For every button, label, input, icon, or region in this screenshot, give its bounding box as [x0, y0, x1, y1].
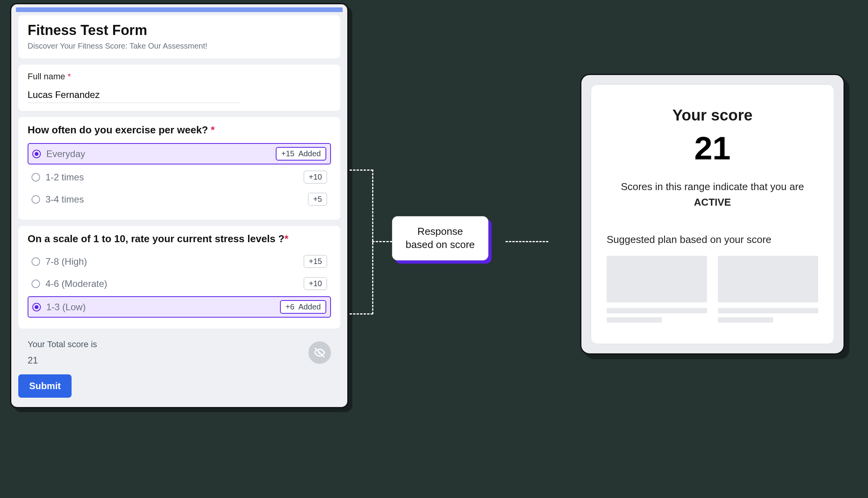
result-inner: Your score 21 Scores in this range indic…	[591, 84, 834, 344]
score-value: +10	[309, 173, 322, 182]
score-value: +15	[309, 257, 322, 266]
callout: Response based on score	[392, 216, 488, 260]
result-score: 21	[607, 129, 818, 167]
required-asterisk: *	[211, 124, 215, 136]
required-asterisk: *	[284, 233, 288, 245]
result-card: Your score 21 Scores in this range indic…	[580, 74, 845, 355]
accent-bar	[16, 7, 343, 12]
callout-line2: based on score	[406, 238, 475, 252]
placeholder-line	[607, 308, 707, 313]
total-label: Your Total score is	[28, 339, 97, 349]
name-section: Full name *	[18, 65, 340, 111]
radio-icon	[32, 303, 41, 311]
total-block: Your Total score is 21	[18, 335, 340, 374]
result-title: Your score	[607, 107, 818, 124]
placeholder-image	[718, 256, 818, 302]
result-category: ACTIVE	[694, 196, 731, 208]
q1-title-text: How often do you exercise per week?	[28, 124, 208, 136]
question-exercise: How often do you exercise per week? * Ev…	[18, 117, 340, 220]
form-header: Fitness Test Form Discover Your Fitness …	[18, 15, 340, 58]
radio-icon	[32, 173, 40, 182]
q2-option-label: 4-6 (Moderate)	[46, 278, 107, 289]
radio-icon	[32, 280, 40, 288]
q1-option-label: Everyday	[46, 149, 85, 159]
radio-icon	[32, 150, 41, 158]
q1-option-label: 1-2 times	[46, 172, 84, 183]
q1-option-1-2[interactable]: 1-2 times +10	[28, 168, 331, 187]
q1-title: How often do you exercise per week? *	[28, 124, 331, 136]
score-value: +5	[313, 195, 322, 204]
placeholder-line	[607, 317, 662, 323]
plan-cards	[607, 256, 818, 327]
connector	[350, 169, 373, 171]
connector	[506, 241, 548, 242]
q1-option-3-4[interactable]: 3-4 times +5	[28, 190, 331, 209]
score-value: +10	[309, 279, 322, 288]
q2-title: On a scale of 1 to 10, rate your current…	[28, 233, 331, 245]
plan-card	[718, 256, 818, 327]
q2-option-high[interactable]: 7-8 (High) +15	[28, 252, 331, 271]
radio-icon	[32, 257, 40, 266]
score-chip: +6 Added	[280, 300, 326, 314]
connector	[350, 313, 373, 315]
name-label: Full name *	[28, 72, 331, 82]
score-chip: +5	[308, 193, 327, 206]
q1-option-label: 3-4 times	[46, 194, 84, 205]
score-chip: +10	[304, 171, 327, 183]
score-chip: +15	[304, 255, 327, 268]
score-added: Added	[298, 149, 321, 158]
q2-option-label: 1-3 (Low)	[46, 302, 86, 313]
form-title: Fitness Test Form	[28, 22, 331, 38]
score-added: Added	[298, 302, 321, 311]
result-description: Scores in this range indicate that you a…	[607, 179, 818, 210]
score-chip: +15 Added	[276, 147, 326, 161]
form-subtitle: Discover Your Fitness Score: Take Our As…	[28, 42, 331, 51]
score-value: +6	[285, 302, 294, 311]
total-value: 21	[28, 355, 97, 366]
score-chip: +10	[304, 277, 327, 290]
eye-off-icon[interactable]	[308, 341, 331, 364]
form-card: Fitness Test Form Discover Your Fitness …	[10, 3, 348, 408]
submit-button[interactable]: Submit	[18, 374, 72, 398]
q2-title-text: On a scale of 1 to 10, rate your current…	[28, 233, 284, 245]
name-input[interactable]	[28, 86, 240, 103]
plan-heading: Suggested plan based on your score	[607, 234, 818, 246]
plan-card	[607, 256, 707, 327]
result-desc-pre: Scores in this range indicate that you a…	[621, 181, 804, 192]
callout-line1: Response	[406, 225, 475, 238]
placeholder-line	[718, 308, 818, 313]
score-value: +15	[281, 149, 294, 158]
placeholder-image	[607, 256, 707, 302]
question-stress: On a scale of 1 to 10, rate your current…	[18, 226, 340, 329]
q1-option-everyday[interactable]: Everyday +15 Added	[28, 143, 331, 164]
radio-icon	[32, 195, 40, 204]
q2-option-low[interactable]: 1-3 (Low) +6 Added	[28, 296, 331, 318]
placeholder-line	[718, 317, 773, 323]
q2-option-label: 7-8 (High)	[46, 256, 87, 267]
q2-option-moderate[interactable]: 4-6 (Moderate) +10	[28, 274, 331, 293]
name-label-text: Full name	[28, 72, 65, 81]
required-asterisk: *	[68, 72, 71, 81]
